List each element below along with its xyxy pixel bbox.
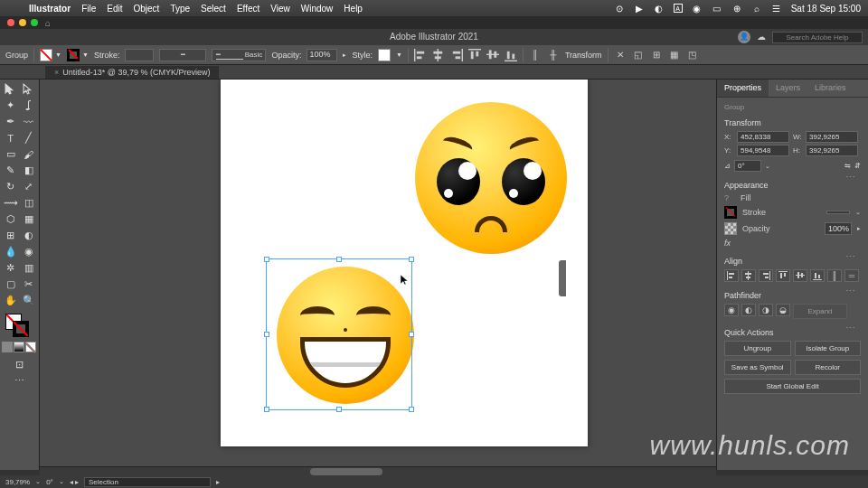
panel-collapse-handle[interactable] bbox=[559, 260, 566, 296]
align-bottom-panel[interactable] bbox=[810, 269, 825, 282]
shape-builder-tool[interactable]: ⬡ bbox=[2, 211, 19, 227]
menu-object[interactable]: Object bbox=[133, 4, 159, 14]
zoom-tool[interactable]: 🔍 bbox=[20, 293, 37, 308]
selection-tool[interactable] bbox=[2, 81, 19, 97]
search-icon[interactable]: ⌕ bbox=[751, 3, 762, 14]
align-right-icon[interactable] bbox=[450, 49, 463, 61]
tab-properties[interactable]: Properties bbox=[717, 80, 769, 97]
sad-emoji[interactable] bbox=[415, 102, 567, 254]
clock[interactable]: Sat 18 Sep 15:00 bbox=[791, 4, 861, 14]
opacity-input[interactable]: 100% bbox=[307, 49, 337, 61]
mesh-tool[interactable]: ⊞ bbox=[2, 228, 19, 243]
stroke-weight-panel[interactable] bbox=[826, 211, 850, 214]
shaper-tool[interactable]: ✎ bbox=[2, 163, 19, 178]
expand-button[interactable]: Expand bbox=[793, 304, 847, 319]
transform-link[interactable]: Transform bbox=[565, 51, 602, 60]
status-selection[interactable]: Selection bbox=[84, 477, 211, 487]
tab-libraries[interactable]: Libraries bbox=[807, 80, 854, 97]
stroke-swatch[interactable] bbox=[67, 49, 80, 61]
zoom-value[interactable]: 39,79% bbox=[5, 478, 30, 486]
align-left-panel[interactable] bbox=[724, 269, 739, 282]
eraser-tool[interactable]: ◧ bbox=[20, 163, 37, 178]
menu-effect[interactable]: Effect bbox=[237, 4, 259, 14]
flip-h-icon[interactable]: ⇋ bbox=[844, 162, 851, 170]
misc-icon-5[interactable]: ◳ bbox=[686, 49, 699, 61]
close-icon[interactable]: × bbox=[54, 68, 59, 77]
ungroup-button[interactable]: Ungroup bbox=[724, 341, 791, 356]
chevron-down-icon[interactable]: ▼ bbox=[55, 52, 61, 58]
align-left-icon[interactable] bbox=[414, 49, 427, 61]
misc-icon-3[interactable]: ⊞ bbox=[650, 49, 663, 61]
battery-icon[interactable]: ▭ bbox=[712, 3, 722, 14]
gradient-tool[interactable]: ◐ bbox=[20, 228, 37, 243]
menu-window[interactable]: Window bbox=[301, 4, 334, 14]
status-icon-2[interactable]: ▶ bbox=[634, 3, 645, 14]
minus-front-icon[interactable]: ◐ bbox=[741, 304, 756, 316]
menu-edit[interactable]: Edit bbox=[107, 4, 122, 14]
misc-icon-1[interactable]: ✕ bbox=[614, 49, 627, 61]
paintbrush-tool[interactable]: 🖌 bbox=[20, 146, 37, 162]
status-icon-5[interactable]: ◉ bbox=[692, 3, 703, 14]
document-tab[interactable]: × Untitled-13* @ 39,79 % (CMYK/Preview) bbox=[45, 66, 219, 79]
free-transform-tool[interactable]: ◫ bbox=[20, 195, 37, 211]
menu-type[interactable]: Type bbox=[170, 4, 190, 14]
color-mode-row[interactable] bbox=[2, 342, 37, 352]
status-icon-4[interactable]: A bbox=[674, 4, 683, 13]
help-search[interactable]: Search Adobe Help bbox=[772, 32, 863, 43]
app-name[interactable]: Illustrator bbox=[29, 4, 71, 14]
pen-tool[interactable]: ✒ bbox=[2, 114, 19, 129]
symbol-tool[interactable]: ✲ bbox=[2, 260, 19, 276]
misc-icon-2[interactable]: ◱ bbox=[632, 49, 645, 61]
recolor-button[interactable]: Recolor bbox=[795, 360, 862, 375]
angle-input[interactable]: 0° bbox=[734, 160, 761, 172]
opacity-expand[interactable]: ▸ bbox=[343, 52, 346, 59]
perspective-tool[interactable]: ▦ bbox=[20, 211, 37, 227]
intersect-icon[interactable]: ◑ bbox=[759, 304, 773, 316]
exclude-icon[interactable]: ◒ bbox=[776, 304, 790, 316]
brush-def[interactable]: ━ Basic bbox=[212, 49, 266, 61]
edit-toolbar[interactable]: ⋯ bbox=[2, 373, 37, 389]
direct-selection-tool[interactable] bbox=[20, 81, 37, 97]
align-top-icon[interactable] bbox=[468, 49, 481, 61]
flip-v-icon[interactable]: ⇵ bbox=[854, 162, 861, 170]
tab-layers[interactable]: Layers bbox=[769, 80, 807, 97]
horizontal-scrollbar[interactable] bbox=[40, 466, 716, 475]
align-bottom-icon[interactable] bbox=[505, 49, 517, 61]
width-tool[interactable]: ⟿ bbox=[2, 195, 19, 211]
fill-swatch[interactable] bbox=[40, 49, 52, 61]
align-hc-icon[interactable] bbox=[432, 49, 445, 61]
opacity-swatch[interactable] bbox=[724, 222, 737, 235]
selection-bounding-box[interactable] bbox=[266, 258, 412, 410]
style-swatch[interactable] bbox=[378, 49, 391, 61]
artboard-tool[interactable]: ▢ bbox=[2, 277, 19, 292]
opacity-panel-input[interactable]: 100% bbox=[825, 222, 852, 235]
isolate-button[interactable]: Isolate Group bbox=[795, 341, 862, 356]
curvature-tool[interactable]: 〰 bbox=[20, 114, 37, 129]
rotate-tool[interactable]: ↻ bbox=[2, 179, 19, 194]
dist-icon-1[interactable]: ║ bbox=[529, 49, 542, 61]
menu-view[interactable]: View bbox=[270, 4, 290, 14]
y-input[interactable]: 594,9548 bbox=[737, 145, 789, 156]
eyedropper-tool[interactable]: 💧 bbox=[2, 244, 19, 259]
align-right-panel[interactable] bbox=[759, 269, 773, 282]
dist-v-panel[interactable]: ═ bbox=[844, 269, 859, 282]
h-input[interactable]: 392,9265 bbox=[806, 145, 858, 156]
line-tool[interactable]: ╱ bbox=[20, 130, 37, 145]
menu-file[interactable]: File bbox=[81, 4, 96, 14]
canvas[interactable] bbox=[40, 80, 716, 470]
align-top-panel[interactable] bbox=[776, 269, 790, 282]
fx-label[interactable]: fx bbox=[724, 239, 731, 248]
dist-h-panel[interactable]: ║ bbox=[827, 269, 842, 282]
magic-wand-tool[interactable]: ✦ bbox=[2, 98, 19, 113]
status-icon-3[interactable]: ◐ bbox=[654, 3, 665, 14]
misc-icon-4[interactable]: ▦ bbox=[668, 49, 681, 61]
blend-tool[interactable]: ◉ bbox=[20, 244, 37, 259]
hand-tool[interactable]: ✋ bbox=[2, 293, 19, 308]
unite-icon[interactable]: ◉ bbox=[724, 304, 739, 316]
align-hc-panel[interactable] bbox=[741, 269, 756, 282]
save-symbol-button[interactable]: Save as Symbol bbox=[724, 360, 791, 375]
scale-tool[interactable]: ⤢ bbox=[20, 179, 37, 194]
cloud-icon[interactable]: ☁ bbox=[756, 32, 767, 42]
w-input[interactable]: 392,9265 bbox=[806, 131, 858, 143]
traffic-lights[interactable] bbox=[7, 19, 38, 26]
